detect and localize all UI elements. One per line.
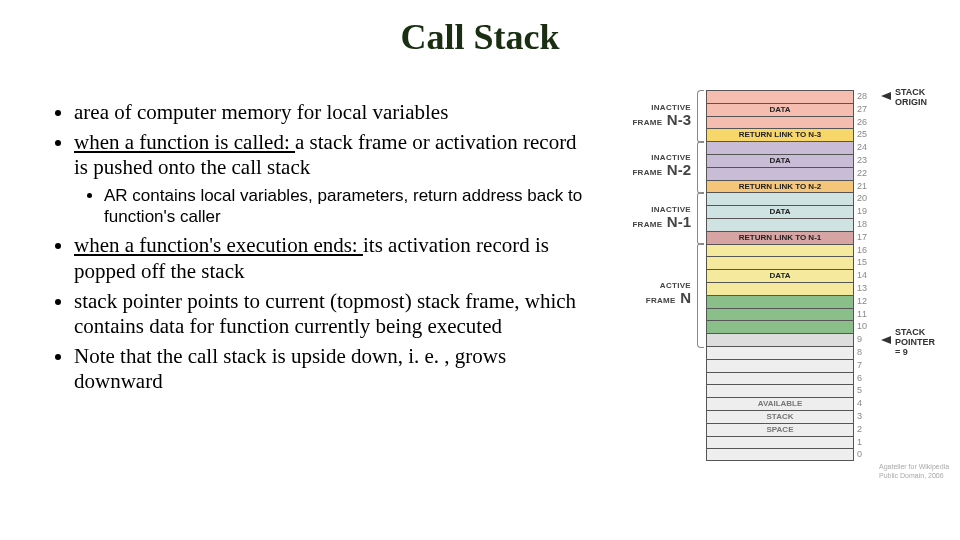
frame-label: ACTIVE FRAME N — [601, 282, 691, 306]
stack-diagram: DATARETURN LINK TO N-3DATARETURN LINK TO… — [601, 90, 956, 490]
brace — [697, 192, 704, 245]
stack-row: DATA — [706, 205, 854, 218]
row-index: 18 — [857, 218, 879, 231]
stack-row: DATA — [706, 103, 854, 116]
slide-title: Call Stack — [0, 16, 960, 58]
bullet-lead: when a function is called: — [74, 130, 295, 154]
stack-row: AVAILABLE — [706, 397, 854, 410]
row-index: 0 — [857, 448, 879, 461]
stack-row — [706, 141, 854, 154]
sub-bullet: AR contains local variables, parameters,… — [104, 185, 588, 228]
row-index: 1 — [857, 436, 879, 449]
stack-row — [706, 372, 854, 385]
stack-rows: DATARETURN LINK TO N-3DATARETURN LINK TO… — [706, 90, 854, 461]
stack-row: DATA — [706, 154, 854, 167]
frame-label: INACTIVE FRAME N-3 — [601, 104, 691, 128]
row-index: 20 — [857, 192, 879, 205]
arrow-icon — [881, 336, 891, 344]
row-index: 16 — [857, 244, 879, 257]
row-index: 9 — [857, 333, 879, 346]
frame-label: INACTIVE FRAME N-2 — [601, 154, 691, 178]
stack-row — [706, 282, 854, 295]
stack-row — [706, 346, 854, 359]
stack-row — [706, 359, 854, 372]
row-index: 8 — [857, 346, 879, 359]
brace — [697, 243, 704, 348]
arrow-icon — [881, 92, 891, 100]
stack-row — [706, 436, 854, 449]
row-index: 15 — [857, 256, 879, 269]
bullet: Note that the call stack is upside down,… — [74, 344, 588, 395]
stack-row — [706, 448, 854, 461]
row-index: 17 — [857, 231, 879, 244]
bullet: area of computer memory for local variab… — [74, 100, 588, 126]
row-index: 3 — [857, 410, 879, 423]
image-credit: Agateller for Wikipedia — [879, 463, 949, 471]
stack-row — [706, 218, 854, 231]
stack-row — [706, 167, 854, 180]
image-credit: Public Domain, 2006 — [879, 472, 944, 480]
stack-row — [706, 192, 854, 205]
row-index: 28 — [857, 90, 879, 103]
stack-row: RETURN LINK TO N-2 — [706, 180, 854, 193]
content-body: area of computer memory for local variab… — [48, 100, 588, 399]
row-index: 27 — [857, 103, 879, 116]
stack-row — [706, 295, 854, 308]
annotation-sp: STACK POINTER = 9 — [895, 328, 935, 358]
brace — [697, 90, 704, 143]
row-index: 19 — [857, 205, 879, 218]
row-index: 4 — [857, 397, 879, 410]
stack-row: STACK — [706, 410, 854, 423]
brace — [697, 141, 704, 194]
stack-row: RETURN LINK TO N-3 — [706, 128, 854, 141]
slide: Call Stack area of computer memory for l… — [0, 0, 960, 540]
bullet: stack pointer points to current (topmost… — [74, 289, 588, 340]
row-index: 10 — [857, 320, 879, 333]
stack-row — [706, 244, 854, 257]
row-index: 5 — [857, 384, 879, 397]
bullet: when a function is called: a stack frame… — [74, 130, 588, 228]
row-index: 11 — [857, 308, 879, 321]
row-index: 7 — [857, 359, 879, 372]
row-index: 23 — [857, 154, 879, 167]
stack-row — [706, 256, 854, 269]
row-index: 26 — [857, 116, 879, 129]
row-index: 21 — [857, 180, 879, 193]
row-index: 6 — [857, 372, 879, 385]
stack-row — [706, 333, 854, 346]
annotation-origin: STACK ORIGIN — [895, 88, 927, 108]
row-index: 14 — [857, 269, 879, 282]
stack-row — [706, 308, 854, 321]
stack-row: SPACE — [706, 423, 854, 436]
row-index: 25 — [857, 128, 879, 141]
row-index: 24 — [857, 141, 879, 154]
row-index: 12 — [857, 295, 879, 308]
stack-row — [706, 384, 854, 397]
bullet-lead: when a function's execution ends: — [74, 233, 363, 257]
row-index: 2 — [857, 423, 879, 436]
frame-label: INACTIVE FRAME N-1 — [601, 206, 691, 230]
stack-row: RETURN LINK TO N-1 — [706, 231, 854, 244]
stack-row — [706, 90, 854, 103]
row-index: 13 — [857, 282, 879, 295]
row-indices: 2827262524232221201918171615141312111098… — [857, 90, 879, 461]
row-index: 22 — [857, 167, 879, 180]
stack-row — [706, 320, 854, 333]
stack-row: DATA — [706, 269, 854, 282]
stack-row — [706, 116, 854, 129]
bullet: when a function's execution ends: its ac… — [74, 233, 588, 284]
